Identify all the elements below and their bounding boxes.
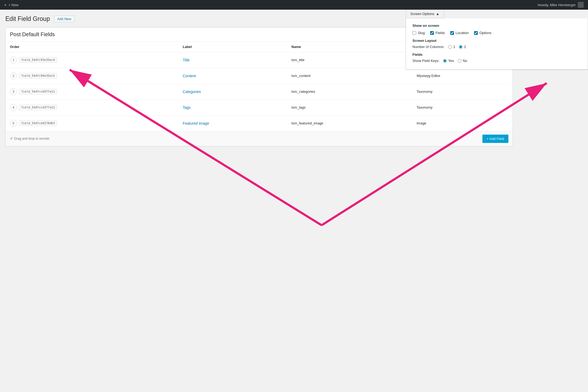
field-label-link[interactable]: Tags bbox=[183, 105, 191, 110]
label-cell: Title bbox=[178, 52, 287, 68]
field-label-link[interactable]: Categories bbox=[183, 90, 201, 94]
order-cell: 3 field_54dfccb977a11 bbox=[6, 84, 178, 99]
type-cell: Image bbox=[412, 115, 513, 131]
slug-label: Slug bbox=[418, 31, 425, 35]
table-row: 3 field_54dfccb977a11 Categories tsm_cat… bbox=[6, 84, 513, 99]
drag-hint: ↺ Drag and drop to reorder bbox=[10, 137, 50, 140]
fields-option[interactable]: Fields bbox=[430, 31, 445, 35]
name-cell: tsm_title bbox=[287, 52, 412, 68]
label-cell: Tags bbox=[178, 99, 287, 115]
type-cell: Taxonomy bbox=[412, 99, 513, 115]
label-cell: Featured Image bbox=[178, 115, 287, 131]
table-row: 2 field_54dfc94e35ec5 Content tsm_conten… bbox=[6, 68, 513, 84]
show-on-screen-title: Show on screen bbox=[412, 24, 581, 28]
add-new-button[interactable]: Add New bbox=[54, 16, 74, 22]
field-keys-yes-label: Yes bbox=[448, 59, 454, 63]
admin-bar-left: + + New bbox=[4, 3, 18, 7]
column-1-label: 1 bbox=[453, 45, 455, 49]
type-cell: Wysiwyg Editor bbox=[412, 68, 513, 84]
location-option[interactable]: Location bbox=[450, 31, 469, 35]
slug-option[interactable]: Slug bbox=[412, 31, 425, 35]
order-number: 4 bbox=[10, 104, 17, 111]
user-greeting: Howdy, Mike Hemberger bbox=[538, 3, 576, 7]
screen-options-button[interactable]: Screen Options ▲ bbox=[406, 10, 444, 18]
field-label-link[interactable]: Content bbox=[183, 74, 196, 78]
options-option[interactable]: Options bbox=[474, 31, 492, 35]
col-label: Label bbox=[178, 42, 287, 52]
options-checkbox[interactable] bbox=[474, 31, 478, 35]
plus-icon: + bbox=[4, 3, 6, 7]
label-cell: Categories bbox=[178, 84, 287, 99]
screen-layout-title: Screen Layout bbox=[412, 39, 581, 43]
column-2-option[interactable]: 2 bbox=[459, 45, 466, 49]
label-cell: Content bbox=[178, 68, 287, 84]
field-keys-no-radio[interactable] bbox=[458, 59, 462, 63]
order-number: 3 bbox=[10, 88, 17, 95]
order-cell: 2 field_54dfc94e35ec5 bbox=[6, 68, 178, 84]
field-keys-yes-option[interactable]: Yes bbox=[443, 59, 454, 63]
name-cell: tsm_content bbox=[287, 68, 412, 84]
field-label-link[interactable]: Featured Image bbox=[183, 121, 209, 125]
options-label: Options bbox=[479, 31, 492, 35]
field-key: field_54dfc93e35ec4 bbox=[19, 57, 57, 63]
order-cell: 4 field_54dfccd377a12 bbox=[6, 99, 178, 115]
admin-bar: + + New Howdy, Mike Hemberger bbox=[0, 0, 588, 10]
columns-row: Number of Columns: 1 2 bbox=[412, 45, 581, 49]
column-2-label: 2 bbox=[464, 45, 466, 49]
order-number: 5 bbox=[10, 120, 17, 127]
column-2-radio[interactable] bbox=[459, 45, 463, 49]
order-number: 1 bbox=[10, 57, 17, 64]
order-cell: 1 field_54dfc93e35ec4 bbox=[6, 52, 178, 68]
drag-hint-text: Drag and drop to reorder bbox=[14, 137, 50, 140]
screen-options-label: Screen Options bbox=[410, 12, 434, 16]
column-1-option[interactable]: 1 bbox=[448, 45, 455, 49]
page-title: Edit Field Group bbox=[5, 15, 50, 23]
field-key: field_54dfccd377a12 bbox=[19, 105, 57, 110]
field-label-link[interactable]: Title bbox=[183, 58, 190, 62]
screen-options-collapse-icon: ▲ bbox=[436, 12, 440, 16]
order-cell: 5 field_54dfcd4278d63 bbox=[6, 115, 178, 131]
field-key: field_54dfccb977a11 bbox=[19, 89, 57, 94]
field-key: field_54dfc94e35ec5 bbox=[19, 73, 57, 79]
field-keys-no-option[interactable]: No bbox=[458, 59, 467, 63]
fields-section-title: Fields bbox=[412, 53, 581, 57]
table-row: 5 field_54dfcd4278d63 Featured Image tsm… bbox=[6, 115, 513, 131]
slug-checkbox[interactable] bbox=[412, 31, 416, 35]
fields-label: Fields bbox=[436, 31, 445, 35]
field-keys-row: Show Field Keys: Yes No bbox=[412, 59, 581, 63]
fields-checkbox[interactable] bbox=[430, 31, 434, 35]
show-on-screen-row: Slug Fields Location Options bbox=[412, 31, 581, 35]
name-cell: tsm_featured_image bbox=[287, 115, 412, 131]
avatar bbox=[578, 2, 584, 8]
field-keys-yes-radio[interactable] bbox=[443, 59, 447, 63]
name-cell: tsm_tags bbox=[287, 99, 412, 115]
admin-bar-new-link[interactable]: + New bbox=[9, 3, 18, 7]
admin-bar-right: Howdy, Mike Hemberger bbox=[538, 2, 584, 8]
screen-options-wrap: Screen Options ▲ Show on screen Slug Fie… bbox=[406, 10, 588, 69]
name-cell: tsm_categories bbox=[287, 84, 412, 99]
col-name: Name bbox=[287, 42, 412, 52]
location-label: Location bbox=[456, 31, 469, 35]
screen-options-panel: Show on screen Slug Fields Location Opti… bbox=[406, 18, 588, 69]
show-field-keys-label: Show Field Keys: bbox=[412, 59, 439, 63]
table-footer: ↺ Drag and drop to reorder + Add Field bbox=[6, 131, 513, 146]
order-number: 2 bbox=[10, 72, 17, 79]
location-checkbox[interactable] bbox=[450, 31, 454, 35]
col-order: Order bbox=[6, 42, 178, 52]
columns-label: Number of Columns: bbox=[412, 45, 444, 49]
column-1-radio[interactable] bbox=[448, 45, 452, 49]
add-field-button[interactable]: + Add Field bbox=[482, 135, 508, 143]
field-keys-no-label: No bbox=[463, 59, 467, 63]
field-key: field_54dfcd4278d63 bbox=[19, 120, 57, 126]
table-row: 4 field_54dfccd377a12 Tags tsm_tags Taxo… bbox=[6, 99, 513, 115]
drag-icon: ↺ bbox=[10, 137, 13, 140]
type-cell: Taxonomy bbox=[412, 84, 513, 99]
